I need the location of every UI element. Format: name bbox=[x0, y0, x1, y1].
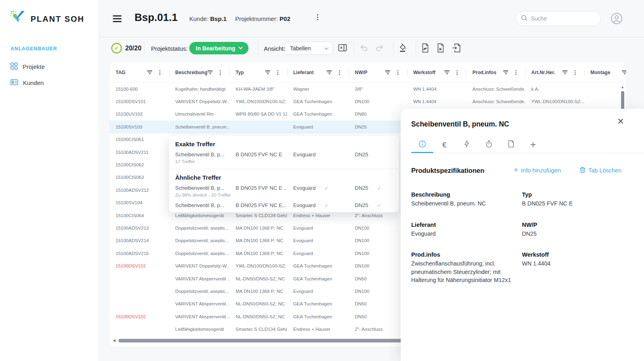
cell-lieferant[interactable]: Evoguard bbox=[287, 226, 349, 230]
redo-icon[interactable] bbox=[375, 45, 384, 51]
logo[interactable]: PLANT SOH bbox=[10, 10, 85, 28]
column-header[interactable]: NW/P⋮ bbox=[349, 62, 407, 82]
cell-beschreibung[interactable]: Doppelsitzventil; aseptis... bbox=[169, 226, 230, 230]
header-menu-icon[interactable]: ⋮ bbox=[314, 13, 321, 21]
cell-werkstoff[interactable]: WN 1.4404 bbox=[407, 87, 466, 91]
filter-icon[interactable] bbox=[265, 70, 270, 75]
panel-tab-info-icon[interactable] bbox=[411, 138, 433, 151]
cell-lieferant[interactable]: Evoguard bbox=[287, 238, 349, 243]
table-row[interactable]: 15100DSV101VARIVENT Doppelsitz-W...YWL-D… bbox=[110, 95, 626, 108]
filter-icon[interactable] bbox=[147, 70, 152, 75]
column-header[interactable]: Montage⋮ bbox=[584, 62, 626, 82]
cell-beschreibung[interactable]: VARIVENT Absperrventil ... bbox=[169, 314, 230, 319]
cell-typ[interactable]: WPR 80/80 SA DD V1 12... bbox=[230, 112, 287, 116]
cell-typ[interactable]: MA DN100 1368 P; NC bbox=[230, 251, 287, 256]
cell-typ[interactable]: YWL-DN100/DN100-SZ; ... bbox=[230, 263, 287, 268]
filter-icon[interactable] bbox=[562, 70, 567, 75]
user-avatar[interactable] bbox=[611, 12, 623, 26]
cell-nwp[interactable]: DN80 bbox=[349, 112, 407, 116]
cell-nwp[interactable]: DN50 bbox=[349, 276, 407, 281]
panel-tab-timer-icon[interactable] bbox=[478, 138, 500, 151]
cell-tag[interactable]: 15100UV102 bbox=[110, 112, 169, 116]
panel-tab-lightning-icon[interactable] bbox=[456, 138, 478, 151]
cell-nwp[interactable]: DN100 bbox=[349, 289, 407, 294]
cell-lieferant[interactable]: Endress + Hauser bbox=[287, 213, 349, 218]
cell-lieferant[interactable]: Wagner bbox=[287, 87, 349, 91]
column-menu-icon[interactable]: ⋮ bbox=[513, 69, 519, 76]
cell-tag[interactable]: 15100ADSV212 bbox=[110, 188, 169, 193]
column-menu-icon[interactable]: ⋮ bbox=[454, 69, 460, 76]
cell-beschreibung[interactable]: VARIVENT Doppelsitz-W... bbox=[169, 263, 230, 268]
cell-typ[interactable]: KH-WA-3AEM 3/8" bbox=[230, 87, 287, 91]
filter-icon[interactable] bbox=[385, 70, 390, 75]
cell-nwp[interactable]: DN100 bbox=[349, 251, 407, 256]
add-info-button[interactable]: + Info hinzufügen bbox=[514, 166, 561, 174]
cell-lieferant[interactable]: Endress + Hauser bbox=[287, 327, 349, 332]
cell-typ[interactable]: NL-DN50/DN50-SZ; NC bbox=[230, 314, 287, 319]
cell-beschreibung[interactable]: VARIVENT Absperrventil ... bbox=[169, 301, 230, 306]
cell-beschreibung[interactable]: Leitfähigkeitsmessgerät bbox=[169, 213, 230, 218]
panel-toggle-icon[interactable] bbox=[338, 44, 347, 52]
sidebar-item-kunden[interactable]: Kunden bbox=[10, 79, 44, 87]
column-menu-icon[interactable]: ⋮ bbox=[275, 69, 281, 76]
cell-prodinfos[interactable]: Anschluss: Schweißende... bbox=[466, 87, 525, 91]
cell-artnr[interactable]: YWL-DN100/DN100-SZ-... bbox=[525, 99, 584, 104]
cell-lieferant[interactable]: Evoguard bbox=[287, 251, 349, 256]
column-menu-icon[interactable]: ⋮ bbox=[157, 69, 163, 76]
filter-icon[interactable] bbox=[622, 70, 626, 75]
cell-lieferant[interactable]: GEA Tuchenhagen bbox=[287, 314, 349, 319]
cell-prodinfos[interactable]: Anschluss: Schweißende... bbox=[466, 99, 525, 104]
table-row[interactable]: 15100-600Kugelhahn; handbetätigtKH-WA-3A… bbox=[110, 83, 626, 95]
column-header[interactable]: Prod.infos⋮ bbox=[466, 62, 525, 82]
cell-nwp[interactable]: DN100 bbox=[349, 99, 407, 104]
cell-nwp[interactable]: 2"- Anschluss bbox=[349, 213, 407, 218]
cell-tag[interactable]: 15100CIS064 bbox=[110, 213, 169, 218]
cell-beschreibung[interactable]: Doppelsitzventil; aseptis... bbox=[169, 251, 230, 256]
filter-icon[interactable] bbox=[444, 70, 449, 75]
column-header[interactable]: Art.Nr.Her.⋮ bbox=[525, 62, 584, 82]
cell-nwp[interactable]: DN50 bbox=[349, 301, 407, 306]
cell-werkstoff[interactable]: WN 1.4404 bbox=[407, 99, 466, 104]
cell-tag[interactable]: 15100CIS062 bbox=[110, 162, 169, 167]
search-box[interactable] bbox=[516, 11, 601, 26]
panel-tab-euro-icon[interactable]: € bbox=[433, 138, 456, 151]
filter-icon[interactable] bbox=[207, 70, 213, 75]
cell-beschreibung[interactable]: VARIVENT Absperrventil ... bbox=[169, 276, 230, 281]
cell-typ[interactable]: NL-DN50/DN50-SZ; NC bbox=[230, 276, 287, 281]
dropdown-result[interactable]: Scheibenventil B, p...B DN025 FVF NC EEv… bbox=[169, 150, 399, 167]
cell-typ[interactable]: NL-DN50/DN50-SZ; NC bbox=[230, 301, 287, 306]
cell-typ[interactable]: Smartec S CLD134 Gehä... bbox=[230, 213, 287, 218]
cell-nwp[interactable]: 2"- Anschluss bbox=[349, 327, 407, 332]
cell-lieferant[interactable]: Evoguard bbox=[287, 124, 349, 129]
column-header[interactable]: Werkstoff⋮ bbox=[407, 62, 466, 82]
cell-beschreibung[interactable]: Leitfähigkeitsmessgerät bbox=[169, 327, 230, 332]
cell-lieferant[interactable]: GEA Tuchenhagen bbox=[287, 276, 349, 281]
undo-icon[interactable] bbox=[360, 45, 368, 51]
cell-tag[interactable]: 15100DSV102 bbox=[110, 263, 169, 268]
column-header[interactable]: Lieferant⋮ bbox=[287, 62, 349, 82]
scroll-up-icon[interactable]: ▲ bbox=[621, 85, 624, 89]
export-excel-icon[interactable] bbox=[437, 43, 445, 53]
cell-nwp[interactable]: DN50 bbox=[349, 314, 407, 319]
column-menu-icon[interactable]: ⋮ bbox=[572, 69, 578, 76]
cell-tag[interactable]: 15100DSV102 bbox=[110, 314, 169, 319]
filter-icon[interactable] bbox=[503, 70, 508, 75]
cell-beschreibung[interactable]: Umschaltventil Rm bbox=[169, 112, 230, 116]
fill-color-icon[interactable] bbox=[398, 43, 408, 52]
column-menu-icon[interactable]: ⋮ bbox=[217, 69, 223, 76]
cell-lieferant[interactable]: GEA Tuchenhagen bbox=[287, 301, 349, 306]
cell-tag[interactable]: 15100DSV101 bbox=[110, 99, 169, 104]
panel-tab-plus-icon[interactable]: + bbox=[522, 138, 544, 151]
cell-typ[interactable]: MA DN100 1368 P; NC bbox=[230, 226, 287, 230]
cell-nwp[interactable]: DN100 bbox=[349, 263, 407, 268]
cell-beschreibung[interactable]: Doppelsitzventil; aseptis... bbox=[169, 238, 230, 243]
cell-typ[interactable]: MA DN100 1368 P; NC bbox=[230, 238, 287, 243]
cell-nwp[interactable]: DN25 bbox=[349, 124, 407, 129]
cell-tag[interactable]: 15100ADSV211 bbox=[110, 150, 169, 155]
cell-beschreibung[interactable]: Doppelsitzventil; aseptis... bbox=[169, 289, 230, 294]
cell-artnr[interactable]: k.A. bbox=[525, 87, 584, 91]
cell-beschreibung[interactable]: Kugelhahn; handbetätigt bbox=[169, 87, 230, 91]
import-file-icon[interactable] bbox=[452, 43, 461, 53]
cell-tag[interactable]: 15100SV103 bbox=[110, 124, 169, 129]
dropdown-result[interactable]: Scheibenventil B, p...B DN025 FVF NC E..… bbox=[169, 201, 399, 208]
